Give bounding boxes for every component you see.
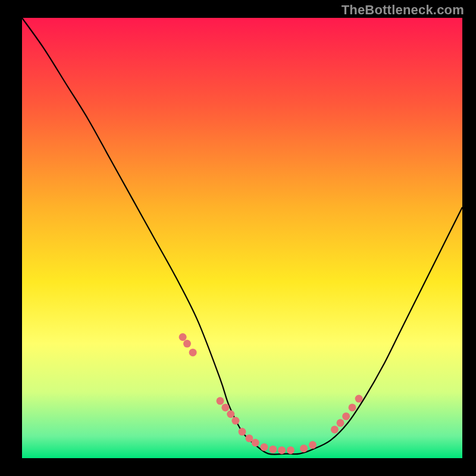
highlight-dot	[221, 403, 229, 411]
chart-frame: TheBottleneck.com	[0, 0, 476, 476]
highlight-dot	[231, 417, 239, 425]
highlight-dot	[337, 419, 345, 427]
highlight-dot	[252, 439, 259, 447]
highlight-dot	[309, 441, 317, 449]
gradient-background	[22, 18, 462, 458]
highlight-dot	[261, 443, 268, 451]
highlight-dot	[189, 349, 197, 356]
highlight-dot	[269, 446, 277, 453]
highlight-dot	[239, 428, 246, 436]
highlight-dot	[179, 333, 187, 341]
bottleneck-chart	[22, 18, 462, 458]
highlight-dot	[331, 425, 339, 433]
highlight-dot	[300, 444, 308, 452]
highlight-dot	[217, 397, 224, 405]
highlight-dot	[227, 411, 234, 418]
highlight-dot	[342, 412, 350, 420]
highlight-dot	[287, 446, 295, 454]
highlight-dot	[355, 395, 363, 403]
plot-area	[22, 18, 462, 458]
watermark-text: TheBottleneck.com	[342, 2, 464, 18]
highlight-dot	[183, 340, 191, 347]
highlight-dot	[278, 446, 286, 454]
highlight-dot	[349, 403, 356, 411]
